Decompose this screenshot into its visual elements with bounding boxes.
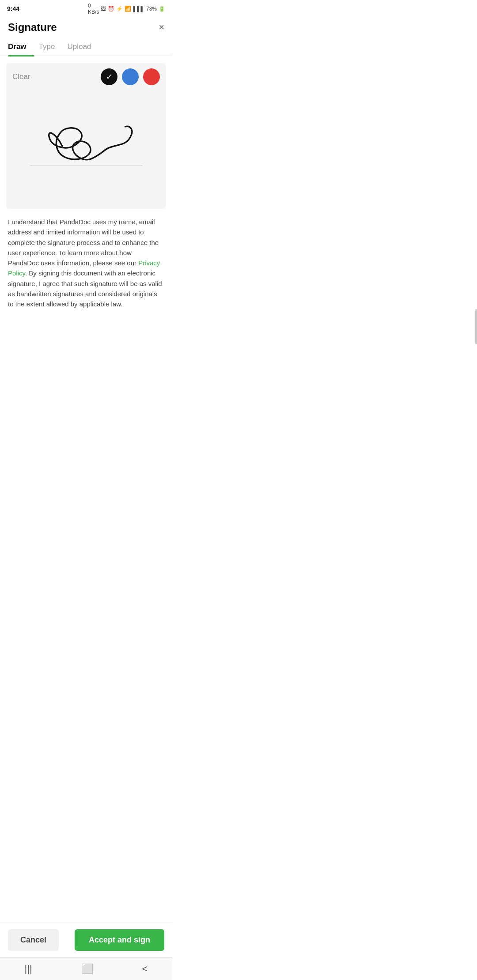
- check-icon: ✓: [106, 72, 113, 82]
- flash-icon: ⚡: [116, 6, 123, 12]
- clear-button[interactable]: Clear: [12, 72, 30, 81]
- battery-pct: 78%: [146, 6, 157, 12]
- color-black[interactable]: ✓: [101, 68, 117, 85]
- signature-svg: [12, 89, 160, 204]
- signature-area[interactable]: Clear ✓: [6, 63, 166, 209]
- content-scroll: Signature × Draw Type Upload Clear ✓: [0, 17, 172, 378]
- legal-text: I understand that PandaDoc uses my name,…: [0, 214, 172, 316]
- status-bar: 9:44 0KB/s 🖼 ⏰ ⚡ 📶 ▌▌▌ 78% 🔋: [0, 0, 172, 17]
- header: Signature ×: [0, 17, 172, 38]
- sig-toolbar: Clear ✓: [12, 68, 160, 85]
- color-red[interactable]: [143, 68, 160, 85]
- signal-icon: ▌▌▌: [133, 6, 144, 12]
- color-blue[interactable]: [122, 68, 139, 85]
- status-icons: 0KB/s 🖼 ⏰ ⚡ 📶 ▌▌▌ 78% 🔋: [88, 3, 165, 15]
- tab-draw[interactable]: Draw: [8, 38, 34, 56]
- status-time: 9:44: [7, 5, 19, 12]
- signature-canvas[interactable]: [12, 89, 160, 204]
- legal-after: . By signing this document with an elect…: [8, 269, 162, 308]
- tab-bar: Draw Type Upload: [0, 38, 172, 56]
- tab-upload[interactable]: Upload: [67, 38, 99, 56]
- tab-type[interactable]: Type: [39, 38, 63, 56]
- legal-before: I understand that PandaDoc uses my name,…: [8, 218, 159, 267]
- color-selector: ✓: [101, 68, 160, 85]
- alarm-icon: ⏰: [108, 6, 114, 12]
- wifi-icon: 📶: [125, 6, 131, 12]
- battery-icon: 🔋: [159, 6, 165, 12]
- photo-icon: 🖼: [101, 6, 106, 12]
- kb-icon: 0KB/s: [88, 3, 99, 15]
- page-title: Signature: [8, 21, 57, 34]
- close-button[interactable]: ×: [159, 23, 164, 32]
